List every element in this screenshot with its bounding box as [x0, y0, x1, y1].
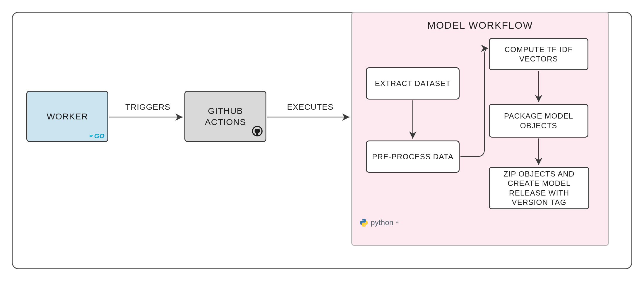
github-actions-label: GITHUB ACTIONS [189, 105, 261, 127]
workflow-step-preprocess: PRE-PROCESS DATA [366, 140, 460, 173]
workflow-step-zip: ZIP OBJECTS AND CREATE MODEL RELEASE WIT… [489, 167, 589, 209]
python-logo-text: python [371, 218, 393, 227]
edge-label-executes: EXECUTES [277, 102, 344, 112]
github-actions-node: GITHUB ACTIONS [184, 91, 266, 142]
worker-node: WORKER GO [26, 91, 108, 142]
workflow-step-preprocess-label: PRE-PROCESS DATA [372, 152, 453, 162]
go-logo-text: GO [94, 132, 105, 140]
workflow-step-tfidf: COMPUTE TF-IDF VECTORS [489, 38, 588, 70]
workflow-step-extract: EXTRACT DATASET [366, 67, 460, 100]
workflow-step-package-label: PACKAGE MODEL OBJECTS [494, 111, 583, 130]
worker-label: WORKER [47, 111, 88, 122]
workflow-step-tfidf-label: COMPUTE TF-IDF VECTORS [494, 45, 583, 64]
model-workflow-title: MODEL WORKFLOW [427, 19, 533, 32]
github-icon [252, 126, 263, 139]
workflow-step-zip-label: ZIP OBJECTS AND CREATE MODEL RELEASE WIT… [494, 169, 584, 207]
python-logo-icon: python™ [359, 218, 399, 227]
workflow-step-extract-label: EXTRACT DATASET [375, 79, 451, 88]
go-logo-icon: GO [90, 132, 105, 140]
workflow-step-package: PACKAGE MODEL OBJECTS [489, 104, 588, 138]
edge-label-triggers: TRIGGERS [119, 102, 177, 112]
